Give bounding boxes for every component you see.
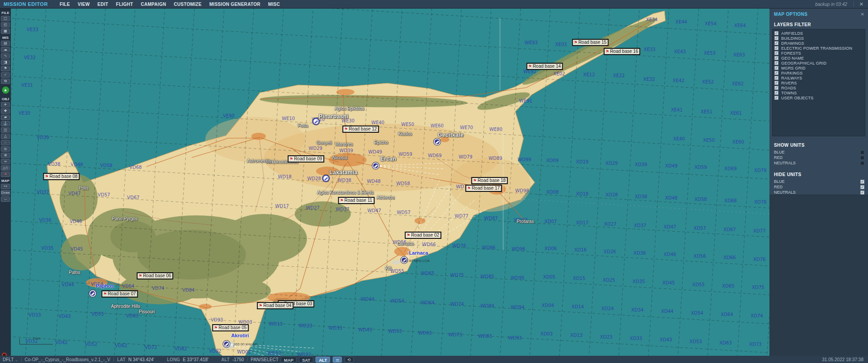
menu-edit[interactable]: EDIT [98,2,108,7]
add-static-button[interactable]: ◫ [1,127,10,133]
checkbox[interactable]: ✓ [774,56,778,60]
draw-button[interactable]: Draw [1,190,10,195]
add-farp-button[interactable]: △ [1,134,10,139]
close-icon[interactable]: ✕ [854,1,863,7]
road-base-label[interactable]: ⚑Road base 11 [338,197,375,204]
checkbox[interactable]: ✓ [774,31,778,35]
unit-visibility-toggle[interactable]: ⚌ [333,357,342,363]
delete-button[interactable]: ✕ [1,172,10,177]
road-base-label[interactable]: ⚑Road base 12 [342,126,379,133]
checkbox[interactable]: ✓ [774,61,778,65]
checkbox[interactable]: ✓ [860,185,864,189]
layer-row-geographical-grid[interactable]: ✓GEOGRAPHICAL GRID [774,60,865,65]
road-base-label[interactable]: ⚑Road base 18 [471,177,508,184]
road-base-label[interactable]: ⚑Road base 02 [405,232,441,239]
preset-dropdown[interactable]: DFLT ⌄ [3,357,18,362]
add-vehicle-button[interactable]: ▰ [1,115,10,120]
show-units-row-blue[interactable]: BLUE [769,149,868,155]
checkbox[interactable]: ✓ [774,51,778,55]
menu-customize[interactable]: CUSTOMIZE [174,2,202,7]
weather-button[interactable]: ☁ [1,47,10,52]
layer-row-buildings[interactable]: ✓BUILDINGS [774,36,865,41]
checkbox[interactable] [860,156,864,160]
road-base-label[interactable]: ⚑Road base 04 [257,302,293,309]
checkbox[interactable]: ✓ [774,36,778,40]
checkbox[interactable]: ✓ [774,86,778,90]
checkbox[interactable]: ✓ [774,76,778,80]
layer-row-towns[interactable]: ✓TOWNS [774,90,865,95]
ercan-airfield-icon[interactable] [373,163,379,169]
hide-units-row-blue[interactable]: BLUE✓ [769,179,868,184]
checkbox[interactable]: ✓ [860,191,864,195]
trigger-rules-button[interactable]: ⧉ [1,79,10,84]
road-base-label[interactable]: ⚑Road base 15 [572,39,609,46]
add-target-button[interactable]: ⊕ [1,153,10,158]
menu-file[interactable]: FILE [60,2,70,7]
fly-mission-button[interactable]: ▲ [2,86,9,94]
checkbox[interactable]: ✓ [774,96,778,100]
layer-row-forests[interactable]: ✓FORESTS [774,51,865,56]
gecitkale-airfield-icon[interactable] [434,139,441,145]
road-base-label[interactable]: ⚑Road base 16 [604,48,640,55]
hide-units-row-red[interactable]: RED✓ [769,184,868,190]
layer-row-geo-name[interactable]: ✓GEO NAME [774,56,865,60]
show-units-row-red[interactable]: RED [769,155,868,160]
checkbox[interactable] [860,150,864,154]
road-base-label[interactable]: ⚑Road base 07 [101,290,138,298]
menu-mission-generator[interactable]: MISSION GENERATOR [209,2,260,7]
layer-row-rivers[interactable]: ✓RIVERS [774,80,865,85]
map-mode-alt-button[interactable]: ALT [316,357,330,363]
map-rotate-reset-button[interactable]: ⟲ [344,357,354,363]
layer-row-drawings[interactable]: ✓DRAWINGS [774,41,865,46]
shapes-button[interactable]: △◇ [1,165,10,171]
menu-misc[interactable]: MISC [268,2,280,7]
map-canvas[interactable]: VE33VE32VE31VE30VD39VD38VD48VD58VD68VD37… [11,9,769,356]
layer-row-airfields[interactable]: ✓AIRFIELDS [774,31,865,36]
goals-button[interactable]: ✓ [1,72,10,78]
checkbox[interactable]: ✓ [860,180,864,184]
map-mode-sat-button[interactable]: SAT [299,357,313,363]
layer-row-electric-power-transmission[interactable]: ✓ELECTRIC POWER TRANSMISSION [774,46,865,51]
add-template-button[interactable]: ∞ [1,159,10,164]
layer-row-user-objects[interactable]: ✓USER OBJECTS [774,95,865,100]
lakatamia-airfield-icon[interactable] [323,175,330,182]
akrotiri-airfield-icon[interactable] [223,341,230,348]
lock-layers-button[interactable]: ⊶ [1,184,10,189]
checkbox[interactable]: ✓ [774,81,778,85]
checkbox[interactable] [860,161,864,165]
layer-row-roads[interactable]: ✓ROADS [774,85,865,90]
add-effect-button[interactable]: ◌ [1,140,10,145]
save-mission-button[interactable]: ▦ [1,28,10,34]
checkbox[interactable]: ✓ [774,41,778,45]
sound-button[interactable]: ∿ [1,53,10,59]
menu-campaign[interactable]: CAMPAIGN [141,2,166,7]
add-airplane-button[interactable]: ✈ [1,102,10,107]
road-base-label[interactable]: ⚑Road base 06 [137,272,173,279]
layer-row-parkings[interactable]: ✓PARKINGS [774,70,865,75]
show-units-row-neutrals[interactable]: NEUTRALS [769,160,868,166]
map-mode-map-button[interactable]: MAP [281,357,297,363]
add-helicopter-button[interactable]: ✚ [1,108,10,114]
road-base-label[interactable]: ⚑Road base 09 [288,155,324,163]
triggers-button[interactable]: ◨ [1,60,10,65]
checkbox[interactable]: ✓ [774,71,778,75]
open-mission-button[interactable]: ◰ [1,22,10,28]
measure-button[interactable]: ↔ [1,196,10,202]
new-mission-button[interactable]: ▢ [1,16,10,21]
road-base-label[interactable]: ⚑Road base 08 [43,173,80,180]
add-zone-button[interactable]: ◎ [1,146,10,152]
checkbox[interactable]: ✓ [774,46,778,50]
flags-button[interactable]: ⚑ [1,66,10,71]
pinarbashi-airfield-icon[interactable] [313,118,320,125]
menu-view[interactable]: VIEW [78,2,90,7]
layer-row-mgrs-grid[interactable]: ✓MGRS GRID [774,65,865,70]
road-base-label[interactable]: ⚑Road base 14 [526,63,563,70]
menu-flight[interactable]: FLIGHT [116,2,133,7]
briefing-button[interactable]: ▤ [1,41,10,46]
add-ship-button[interactable]: ⚓ [1,121,10,126]
checkbox[interactable]: ✓ [774,91,778,95]
road-base-label[interactable]: ⚑Road base 17 [465,185,502,192]
road-base-label[interactable]: ⚑Road base 05 [212,324,249,331]
panel-close-icon[interactable]: ✕ [861,12,864,17]
layer-row-railways[interactable]: ✓RAILWAYS [774,75,865,80]
